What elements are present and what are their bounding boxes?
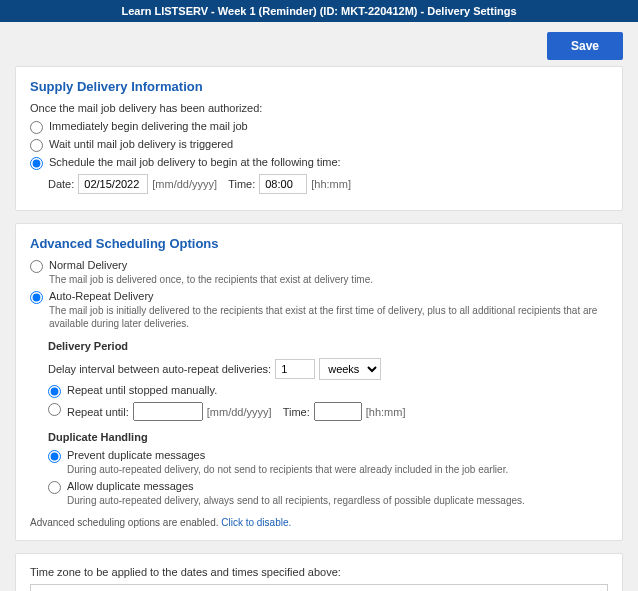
advanced-panel: Advanced Scheduling Options Normal Deliv… bbox=[15, 223, 623, 541]
save-button[interactable]: Save bbox=[547, 32, 623, 60]
label-repeat-stop: Repeat until stopped manually. bbox=[67, 384, 217, 396]
repeat-time-input[interactable] bbox=[314, 402, 362, 421]
time-label: Time: bbox=[228, 178, 255, 190]
repeat-time-label: Time: bbox=[283, 406, 310, 418]
supply-panel: Supply Delivery Information Once the mai… bbox=[15, 66, 623, 211]
radio-normal[interactable] bbox=[30, 260, 43, 273]
radio-wait[interactable] bbox=[30, 139, 43, 152]
delay-unit-select[interactable]: weeks bbox=[319, 358, 381, 380]
date-input[interactable] bbox=[78, 174, 148, 194]
period-heading: Delivery Period bbox=[48, 340, 608, 352]
label-allow-dup: Allow duplicate messages bbox=[67, 480, 194, 492]
radio-schedule[interactable] bbox=[30, 157, 43, 170]
advanced-footer: Advanced scheduling options are enabled.… bbox=[30, 517, 608, 528]
dup-heading: Duplicate Handling bbox=[48, 431, 608, 443]
date-label: Date: bbox=[48, 178, 74, 190]
radio-immediate[interactable] bbox=[30, 121, 43, 134]
label-auto: Auto-Repeat Delivery bbox=[49, 290, 154, 302]
radio-auto[interactable] bbox=[30, 291, 43, 304]
repeat-date-input[interactable] bbox=[133, 402, 203, 421]
advanced-heading: Advanced Scheduling Options bbox=[30, 236, 608, 251]
tz-select[interactable]: Use my preferred time zone: "GMT-05:00 -… bbox=[30, 584, 608, 591]
radio-allow-dup[interactable] bbox=[48, 481, 61, 494]
radio-repeat-stop[interactable] bbox=[48, 385, 61, 398]
desc-auto: The mail job is initially delivered to t… bbox=[49, 304, 608, 330]
label-normal: Normal Delivery bbox=[49, 259, 127, 271]
desc-allow-dup: During auto-repeated delivery, always se… bbox=[67, 494, 608, 507]
supply-intro: Once the mail job delivery has been auth… bbox=[30, 102, 608, 114]
page-title: Learn LISTSERV - Week 1 (Reminder) (ID: … bbox=[121, 5, 516, 17]
delay-value-input[interactable] bbox=[275, 359, 315, 379]
label-schedule: Schedule the mail job delivery to begin … bbox=[49, 156, 341, 168]
supply-heading: Supply Delivery Information bbox=[30, 79, 608, 94]
delay-label: Delay interval between auto-repeat deliv… bbox=[48, 363, 271, 375]
tz-label: Time zone to be applied to the dates and… bbox=[30, 566, 608, 578]
radio-repeat-until[interactable] bbox=[48, 403, 61, 416]
label-wait: Wait until mail job delivery is triggere… bbox=[49, 138, 233, 150]
repeat-date-hint: [mm/dd/yyyy] bbox=[207, 406, 272, 418]
label-prevent-dup: Prevent duplicate messages bbox=[67, 449, 205, 461]
disable-link[interactable]: Click to disable. bbox=[221, 517, 291, 528]
page-title-bar: Learn LISTSERV - Week 1 (Reminder) (ID: … bbox=[0, 0, 638, 22]
label-repeat-until: Repeat until: bbox=[67, 406, 129, 418]
desc-normal: The mail job is delivered once, to the r… bbox=[49, 273, 608, 286]
time-hint: [hh:mm] bbox=[311, 178, 351, 190]
desc-prevent-dup: During auto-repeated delivery, do not se… bbox=[67, 463, 608, 476]
timezone-panel: Time zone to be applied to the dates and… bbox=[15, 553, 623, 591]
top-actions: Save bbox=[0, 22, 638, 66]
time-input[interactable] bbox=[259, 174, 307, 194]
date-hint: [mm/dd/yyyy] bbox=[152, 178, 217, 190]
label-immediate: Immediately begin delivering the mail jo… bbox=[49, 120, 248, 132]
advanced-footer-text: Advanced scheduling options are enabled. bbox=[30, 517, 221, 528]
radio-prevent-dup[interactable] bbox=[48, 450, 61, 463]
repeat-time-hint: [hh:mm] bbox=[366, 406, 406, 418]
